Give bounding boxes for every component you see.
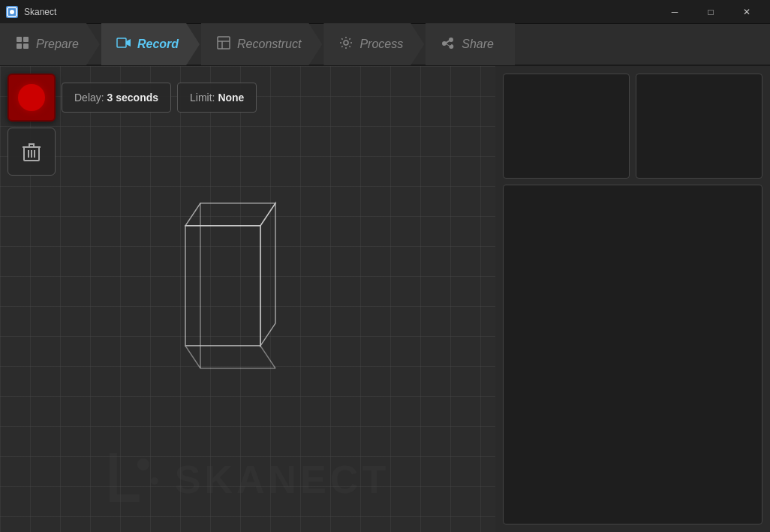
watermark-logo-svg: [106, 449, 166, 509]
svg-marker-7: [126, 39, 131, 47]
titlebar-left: Skanect: [6, 6, 56, 18]
left-panel: Delay: 3 seconds Limit: None: [0, 66, 495, 532]
svg-rect-6: [117, 38, 126, 47]
preview-box-3d: [503, 185, 762, 524]
delay-label: Delay:: [74, 92, 104, 104]
controls-overlay: Delay: 3 seconds Limit: None: [8, 74, 257, 176]
delay-control[interactable]: Delay: 3 seconds: [62, 83, 171, 113]
record-circle: [18, 84, 45, 111]
svg-rect-26: [110, 453, 117, 494]
svg-rect-2: [17, 37, 22, 42]
right-panel: [495, 66, 770, 532]
maximize-button[interactable]: □: [693, 0, 728, 24]
titlebar: Skanect ─ □ ✕: [0, 0, 770, 24]
navbar: Prepare Record Reconstruct Process Share: [0, 24, 770, 66]
reconstruct-icon: [216, 35, 231, 54]
svg-marker-19: [185, 203, 275, 225]
delete-button[interactable]: [8, 128, 56, 176]
tab-share[interactable]: Share: [426, 23, 515, 65]
wireframe-view: [140, 165, 305, 408]
watermark: SKANECT: [106, 449, 390, 509]
svg-point-29: [151, 477, 158, 485]
limit-control[interactable]: Limit: None: [177, 83, 257, 113]
controls-row-top: Delay: 3 seconds Limit: None: [8, 74, 257, 122]
svg-point-11: [344, 41, 348, 45]
tab-prepare-label: Prepare: [36, 38, 79, 51]
preview-box-color: [503, 74, 630, 179]
app-icon: [6, 6, 18, 18]
svg-point-1: [10, 10, 14, 14]
tab-record[interactable]: Record: [101, 23, 200, 65]
svg-line-25: [260, 345, 275, 368]
svg-rect-27: [110, 494, 140, 502]
record-icon: [116, 35, 131, 54]
delay-value: 3 seconds: [107, 92, 158, 104]
svg-rect-15: [29, 144, 34, 147]
tab-reconstruct[interactable]: Reconstruct: [201, 23, 322, 65]
limit-label: Limit:: [190, 92, 215, 104]
watermark-text: SKANECT: [175, 457, 390, 502]
svg-marker-20: [185, 225, 260, 345]
svg-rect-8: [218, 37, 230, 49]
process-icon: [338, 35, 353, 54]
preview-box-depth: [636, 74, 762, 179]
svg-line-22: [185, 345, 200, 368]
prepare-icon: [15, 35, 30, 54]
tab-process-label: Process: [359, 38, 403, 51]
tab-share-label: Share: [462, 38, 494, 51]
preview-row-top: [503, 74, 762, 179]
minimize-button[interactable]: ─: [657, 0, 692, 24]
wireframe-svg: [140, 165, 305, 405]
main-content: Delay: 3 seconds Limit: None: [0, 66, 770, 532]
close-button[interactable]: ✕: [729, 0, 764, 24]
tab-prepare[interactable]: Prepare: [0, 23, 100, 65]
share-icon: [441, 35, 456, 54]
titlebar-controls: ─ □ ✕: [657, 0, 764, 24]
svg-marker-21: [260, 203, 275, 345]
tab-process[interactable]: Process: [323, 23, 424, 65]
svg-rect-4: [17, 44, 22, 49]
controls-row-bottom: [8, 128, 257, 176]
tab-record-label: Record: [137, 38, 179, 51]
limit-value: None: [218, 92, 244, 104]
app-title: Skanect: [24, 7, 56, 17]
svg-rect-3: [23, 37, 29, 42]
svg-rect-5: [23, 44, 29, 49]
record-button[interactable]: [8, 74, 56, 122]
svg-point-28: [137, 458, 149, 470]
tab-reconstruct-label: Reconstruct: [237, 38, 301, 51]
